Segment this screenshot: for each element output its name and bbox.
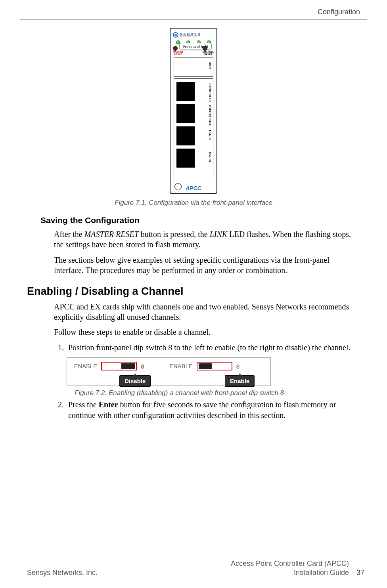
text-bold: Enter <box>99 400 118 409</box>
spp1-label: SPP-1 <box>209 130 212 140</box>
usb-label: USB <box>209 61 212 69</box>
figure-7-1: SENSYS Networks Press and hold MASTER RE… <box>27 28 360 207</box>
figure-7-2: ENABLE 8 ENABLE 8 Disable Enable Figure … <box>67 357 360 397</box>
step-1: Position front-panel dip switch 8 to the… <box>66 342 360 353</box>
footer-company: Sensys Networks, Inc. <box>27 569 98 577</box>
mount-hole-icon <box>174 183 182 190</box>
text-italic: LINK <box>210 230 227 239</box>
para-saving-1: After the MASTER RESET button is pressed… <box>54 229 360 250</box>
dip-switch-8-disable[interactable] <box>101 362 137 370</box>
para-enable-1: APCC and EX cards ship with channels one… <box>54 302 360 323</box>
enable-label: ENABLE <box>74 363 97 369</box>
running-head: Configuration <box>318 8 360 16</box>
text: After the <box>54 230 84 239</box>
logo-icon <box>173 32 178 38</box>
spp0-port[interactable] <box>176 149 195 168</box>
text: Press the <box>68 400 99 409</box>
figure-7-1-caption: Figure 7.1. Configuration via the front-… <box>27 199 360 207</box>
master-reset-button[interactable] <box>173 46 178 51</box>
channel-reset-label: CHANNEL RESET <box>203 51 214 55</box>
usb-port-frame: USB <box>174 57 213 77</box>
port-stack: ETHERNET TO:EXCARD SPP-1 SPP-0 <box>174 78 213 179</box>
heading-enable-channel: Enabling / Disabling a Channel <box>27 285 360 298</box>
figure-7-2-caption: Figure 7.2. Enabling (disabling) a chann… <box>75 389 360 397</box>
text-italic: MASTER RESET <box>84 230 139 239</box>
disable-tag: Disable <box>119 375 151 387</box>
footer-separator <box>351 561 351 578</box>
excard-label: TO:EXCARD <box>209 105 212 126</box>
apcc-brand: APCC <box>186 185 201 191</box>
heading-saving-config: Saving the Configuration <box>40 216 360 225</box>
spp1-port[interactable] <box>176 126 195 145</box>
footer-line2: Installation Guide <box>231 568 349 577</box>
step-2: Press the Enter button for five seconds … <box>66 399 360 420</box>
page-number: 37 <box>354 569 367 577</box>
enable-tag: Enable <box>225 375 255 387</box>
spp0-label: SPP-0 <box>209 152 212 162</box>
switch-number: 8 <box>236 363 239 369</box>
footer-line1: Access Point Controller Card (APCC) <box>231 559 349 568</box>
apcc-device-panel: SENSYS Networks Press and hold MASTER RE… <box>170 28 217 194</box>
ethernet-label: ETHERNET <box>209 83 212 101</box>
master-reset-label: MASTER RESET <box>173 51 183 55</box>
para-enable-2: Follow these steps to enable or disable … <box>54 327 360 337</box>
channel-reset-button[interactable] <box>203 46 207 51</box>
footer-doc-title: Access Point Controller Card (APCC) Inst… <box>231 559 349 577</box>
switch-number: 8 <box>141 363 144 369</box>
text: button is pressed, the <box>139 230 210 239</box>
para-saving-2: The sections below give examples of sett… <box>54 255 360 276</box>
excard-port[interactable] <box>176 104 195 123</box>
header-rule <box>20 19 367 19</box>
logo-subtext: Networks <box>180 34 198 37</box>
enable-label: ENABLE <box>170 363 193 369</box>
ethernet-port[interactable] <box>176 82 195 101</box>
dip-switch-8-enable[interactable] <box>197 362 232 370</box>
